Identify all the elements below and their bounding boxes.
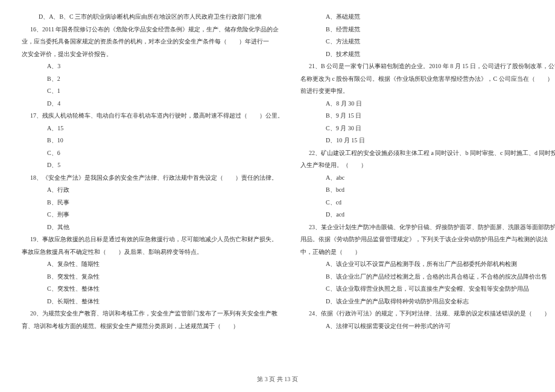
left-line: 20、为规范安全生产教育、培训和考核工作，安全生产监管部门发布了一系列有关安全生… [22,308,284,320]
two-column-layout: D、A、B、C 三市的职业病诊断机构应由所在地设区的市人民政府卫生行政部门批准1… [22,11,533,367]
right-line: A、法律可以根据需要设定任何一种形式的许可 [300,320,555,333]
left-line: 次安全评价，提出安全评价报告。 [22,48,284,61]
right-line: D、10 月 15 日 [300,134,555,147]
left-line: 19、事故应急救援的总目标是通过有效的应急救援行动，尽可能地减少人员伤亡和财产损… [22,233,284,246]
right-line: 入生产和使用。（ ） [300,159,555,172]
right-line: D、acd [300,209,555,221]
right-line: C、cd [300,197,555,209]
right-line: B、9 月 15 日 [300,110,555,122]
right-line: 中，正确的是（ ） [300,246,555,259]
left-line: C、突发性、整体性 [22,283,284,296]
right-column: A、基础规范B、经营规范C、方法规范D、技术规范21、B 公司是一家专门从事箱包… [300,11,555,367]
left-line: C、1 [22,85,284,98]
right-line: 名称更改为 c 股份有限公司。根据《作业场所职业危害早报经营办法》，C 公司应当… [300,73,555,86]
left-line: 17、残疾人机动轮椅车、电动自行车在非机动车道内行驶时，最高时速不得超过（ ）公… [22,110,284,122]
left-line: B、10 [22,134,284,147]
left-line: 事故应急救援具有不确定性和（ ）及后果、影响易猝变等特点。 [22,246,284,259]
left-line: B、2 [22,73,284,86]
left-line: C、6 [22,147,284,160]
right-line: 23、某企业计划生产防冲击眼镜、化学护目镜、焊接防护面罩、防护面屏、洗眼器等面部… [300,221,555,234]
left-line: A、复杂性、随期性 [22,258,284,271]
right-line: 21、B 公司是一家专门从事箱包制造的企业。2010 年 8 月 15 日，公司… [300,60,555,73]
left-line: D、5 [22,159,284,172]
left-line: D、其他 [22,221,284,234]
right-line: A、基础规范 [300,11,555,24]
left-line: C、刑事 [22,209,284,221]
left-line: A、行政 [22,184,284,197]
right-line: C、该企业取得营业执照之后，可以直接生产安全帽、安全鞋等安全防护用品 [300,283,555,296]
right-line: D、该企业生产的产品取得特种劳动防护用品安全标志 [300,296,555,308]
right-line: B、bcd [300,184,555,197]
left-line: 育、培训和考核方面的规范。根据安全生产规范分类原则，上述规范属于（ ） [22,320,284,333]
right-line: 用品。依据《劳动防护用品监督管理规定》，下列关于该企业劳动防护用品生产与检测的说… [300,233,555,246]
left-line: D、A、B、C 三市的职业病诊断机构应由所在地设区的市人民政府卫生行政部门批准 [22,11,284,24]
right-line: 22、矿山建设工程的安全设施必须和主体工程 a 同时设计、b 同时审批、c 同时… [300,147,555,160]
left-line: B、突发性、复杂性 [22,271,284,283]
left-line: B、民事 [22,197,284,209]
left-line: 业，应当委托具备国家规定的资质条件的机构，对本企业的安全生产条件每（ ）年进行一 [22,36,284,48]
left-line: A、3 [22,60,284,73]
right-line: B、经营规范 [300,24,555,36]
right-line: 24、依据《行政许可法》的规定，下列对法律、法规、规章的设定权描述错误的是（ ） [300,308,555,320]
left-line: 16、2011 年国务院修订公布的《危险化学品安全经营条例》规定，生产、储存危险… [22,24,284,36]
right-line: A、该企业可以不设置产品检测手段，所有出厂产品都委托外部机构检测 [300,258,555,271]
right-line: B、该企业出厂的产品经过检测之后，合格的出具合格证，不合格的按次品降价出售 [300,271,555,283]
page-footer: 第 3 页 共 13 页 [0,375,555,384]
left-line: D、4 [22,98,284,110]
left-line: D、长期性、整体性 [22,296,284,308]
left-line: 18、《安全生产法》是我国众多的安全生产法律、行政法规中首先设定（ ）责任的法律… [22,172,284,185]
left-line: A、15 [22,122,284,135]
left-column: D、A、B、C 三市的职业病诊断机构应由所在地设区的市人民政府卫生行政部门批准1… [22,11,284,367]
right-line: A、8 月 30 日 [300,98,555,110]
right-line: 前进行变更申报。 [300,85,555,98]
right-line: A、abc [300,172,555,185]
right-line: D、技术规范 [300,48,555,61]
right-line: C、9 月 30 日 [300,122,555,135]
right-line: C、方法规范 [300,36,555,48]
